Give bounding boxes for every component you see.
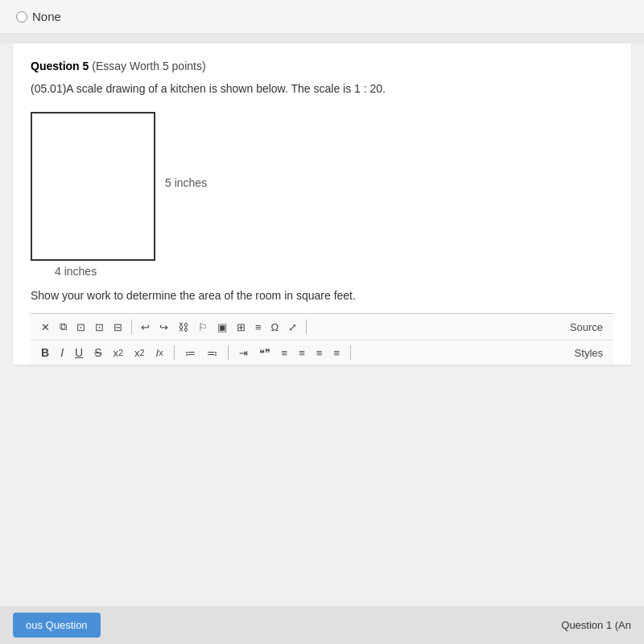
- redo-button[interactable]: ↪: [157, 320, 171, 335]
- hr-button[interactable]: ≡: [253, 320, 264, 335]
- anchor-button[interactable]: ⚐: [196, 320, 210, 335]
- toolbar-sep5: [350, 345, 351, 360]
- italic-button[interactable]: I: [58, 345, 66, 361]
- styles-button[interactable]: Styles: [572, 345, 605, 361]
- subscript-button[interactable]: x2: [110, 345, 126, 361]
- copy-button[interactable]: ⧉: [57, 319, 69, 335]
- copy2-button[interactable]: ⊡: [74, 320, 88, 335]
- expand-button[interactable]: ⤢: [286, 320, 299, 335]
- link-button[interactable]: ⛓: [175, 320, 191, 335]
- toolbar-sep4: [228, 345, 229, 360]
- radio-none-circle: [16, 11, 27, 23]
- diagram-row: 5 inches: [31, 112, 613, 261]
- toolbar-row1: ✕ ⧉ ⊡ ⊡ ⊟ ↩ ↪ ⛓ ⚐ ▣ ⊞ ≡ Ω ⤢ Source: [31, 314, 613, 341]
- paste-button[interactable]: ⊡: [93, 320, 106, 335]
- ordered-list-button[interactable]: ≔: [183, 345, 198, 361]
- toolbar-sep2: [306, 320, 307, 334]
- align-justify-button[interactable]: ≡: [331, 345, 342, 361]
- strikethrough-button[interactable]: S: [92, 345, 104, 361]
- previous-question-button[interactable]: ous Question: [13, 613, 101, 638]
- cut-button[interactable]: ✕: [39, 320, 52, 335]
- superscript-button[interactable]: x2: [132, 345, 147, 361]
- table-button[interactable]: ⊞: [234, 320, 248, 335]
- question-number: Question 5: [31, 60, 89, 72]
- bold-button[interactable]: B: [39, 345, 52, 361]
- bottom-nav: ous Question Question 1 (An: [0, 606, 644, 644]
- question-text: (05.01)A scale drawing of a kitchen is s…: [31, 80, 613, 97]
- align-left-button[interactable]: ≡: [279, 345, 291, 361]
- image-button[interactable]: ▣: [215, 320, 229, 335]
- bottom-dimension-label: 4 inches: [55, 265, 613, 278]
- question-header: Question 5 (Essay Worth 5 points): [31, 60, 613, 72]
- unordered-list-button[interactable]: ≕: [204, 345, 220, 361]
- omega-button[interactable]: Ω: [269, 320, 282, 335]
- side-dimension-label: 5 inches: [165, 176, 207, 189]
- toolbar-row2: B I U S x2 x2 Ix ≔ ≕ ⇥ ❝❞ ≡ ≡ ≡ ≡ Styles: [31, 341, 613, 365]
- remove-format-button[interactable]: Ix: [154, 345, 166, 361]
- toolbar-sep3: [174, 345, 175, 360]
- underline-button[interactable]: U: [72, 345, 85, 361]
- none-label: None: [32, 10, 61, 23]
- next-question-text: Question 1 (An: [561, 619, 631, 631]
- question-card: Question 5 (Essay Worth 5 points) (05.01…: [13, 43, 631, 365]
- align-right-button[interactable]: ≡: [314, 345, 325, 361]
- kitchen-rectangle: [31, 112, 155, 261]
- indent-button[interactable]: ⇥: [237, 345, 250, 361]
- undo-button[interactable]: ↩: [138, 320, 152, 335]
- question-worth: (Essay Worth 5 points): [92, 60, 205, 72]
- toolbar-area: ✕ ⧉ ⊡ ⊡ ⊟ ↩ ↪ ⛓ ⚐ ▣ ⊞ ≡ Ω ⤢ Source B: [31, 313, 613, 365]
- diagram-wrapper: 5 inches 4 inches: [31, 112, 613, 278]
- align-center-button[interactable]: ≡: [296, 345, 308, 361]
- none-option[interactable]: None: [16, 10, 61, 23]
- top-bar: None: [0, 0, 644, 34]
- toolbar-sep1: [131, 320, 132, 334]
- show-work-text: Show your work to determine the area of …: [31, 289, 613, 302]
- main-content: Question 5 (Essay Worth 5 points) (05.01…: [0, 43, 644, 644]
- paste2-button[interactable]: ⊟: [111, 320, 125, 335]
- source-button[interactable]: Source: [568, 320, 605, 335]
- blockquote-button[interactable]: ❝❞: [257, 345, 273, 361]
